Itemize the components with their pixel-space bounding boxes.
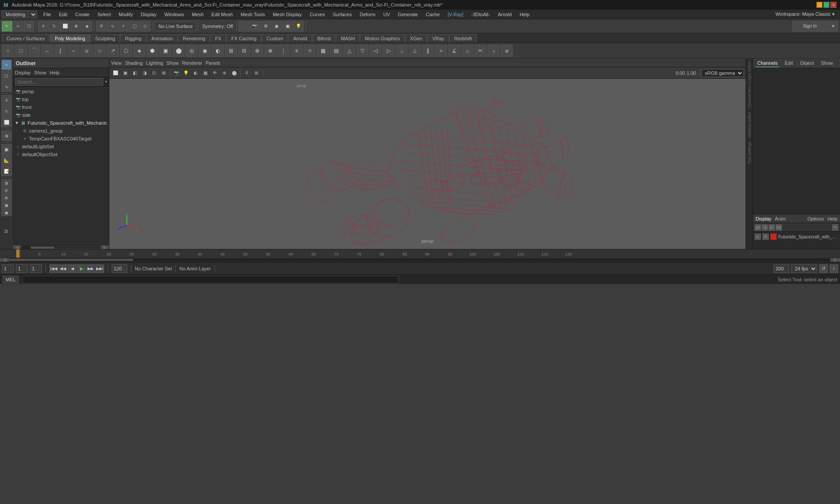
outliner-item-defaultlightset[interactable]: ○ defaultLightSet — [13, 143, 109, 150]
vp-tb-light-btn[interactable]: 💡 — [182, 69, 190, 77]
fps-selector[interactable]: 24 fps 30 fps 60 fps — [791, 264, 817, 273]
shelf-tab-arnold[interactable]: Arnold — [288, 34, 312, 42]
snap-grid-btn[interactable]: # — [96, 21, 107, 32]
shelf-icon-13[interactable]: ▣ — [159, 45, 172, 57]
shelf-icon-4[interactable]: ⌣ — [41, 45, 53, 57]
snap-view-btn[interactable]: ▢ — [129, 21, 140, 32]
menu-select[interactable]: Select — [94, 11, 115, 18]
shelf-icon-22[interactable]: ⋮ — [277, 45, 290, 57]
shelf-icon-3[interactable]: ⌒ — [28, 45, 40, 57]
menu-arnold[interactable]: Arnold — [494, 11, 515, 18]
paint-sel-btn[interactable]: ⬡ — [1, 70, 12, 81]
shelf-icon-31[interactable]: ⟂ — [396, 45, 408, 57]
shelf-icon-20[interactable]: ⊕ — [251, 45, 263, 57]
outliner-item-top[interactable]: 📷 top — [13, 95, 109, 103]
outliner-item-defaultobjectset[interactable]: ○ defaultObjectSet — [13, 150, 109, 158]
maximize-button[interactable]: □ — [823, 2, 830, 8]
shelf-icon-19[interactable]: ⊟ — [238, 45, 250, 57]
menu-mesh[interactable]: Mesh — [188, 11, 207, 18]
layer-nav-last[interactable]: ▷| — [776, 224, 782, 231]
shelf-icon-2[interactable]: □ — [15, 45, 27, 57]
soft-mod-btn[interactable]: ◈ — [82, 21, 92, 32]
vp-tb-vis-btn[interactable]: 👁 — [210, 69, 219, 77]
tab-show[interactable]: Show — [819, 60, 835, 67]
quick-layout-4[interactable]: ▦ — [1, 202, 12, 209]
prev-frame-btn[interactable]: ◀ — [68, 264, 77, 273]
go-to-end-btn[interactable]: ▶▶| — [95, 264, 104, 273]
vp-tb-btn-2[interactable]: ▣ — [121, 69, 130, 77]
shelf-tab-rigging[interactable]: Rigging — [120, 34, 146, 42]
shelf-tab-xgen[interactable]: XGen — [405, 34, 427, 42]
render-settings-btn[interactable]: ⚙ — [260, 21, 271, 32]
shelf-icon-23[interactable]: ≡ — [290, 45, 303, 57]
shelf-tab-curves-surfaces[interactable]: Curves / Surfaces — [2, 34, 49, 42]
shelf-tab-vray[interactable]: VRay — [427, 34, 449, 42]
timeline-ruler[interactable]: 1 5 10 15 20 25 30 35 40 45 50 55 60 65 … — [0, 249, 840, 258]
outliner-item-spacecraft[interactable]: ▼ ▦ Futuristic_Spacecraft_with_Mechanic — [13, 119, 109, 127]
sign-in-btn[interactable]: Sign In — [792, 21, 827, 32]
tab-object[interactable]: Object — [798, 60, 816, 67]
menu-curves[interactable]: Curves — [306, 11, 329, 18]
playback-end2-field[interactable] — [774, 264, 789, 273]
vp-tb-wire-btn[interactable]: ▦ — [201, 69, 210, 77]
select-tool-btn[interactable]: ↖ — [2, 21, 12, 32]
workspace-selector[interactable]: Workspace: Maya Classic ▾ — [772, 10, 838, 18]
quick-layout-3[interactable]: ⊞ — [1, 194, 12, 201]
vp-tb-btn-6[interactable]: ⊠ — [159, 69, 168, 77]
shelf-tab-fx-caching[interactable]: FX Caching — [227, 34, 261, 42]
menu-edit-mesh[interactable]: Edit Mesh — [208, 11, 236, 18]
menu-edit[interactable]: Edit — [56, 11, 71, 18]
outliner-item-front[interactable]: 📷 front — [13, 103, 109, 111]
command-input[interactable] — [22, 276, 399, 284]
shelf-icon-28[interactable]: ▽ — [356, 45, 368, 57]
shelf-icon-38[interactable]: ⬦ — [487, 45, 500, 57]
module-selector[interactable]: Modeling Rigging Animation FX Rendering — [2, 10, 37, 18]
outliner-item-camera1-group[interactable]: ⊞ camera1_group — [13, 127, 109, 135]
shelf-tab-custom[interactable]: Custom — [262, 34, 288, 42]
step-back-btn[interactable]: ◀◀ — [59, 264, 67, 273]
scale-btn[interactable]: ⬜ — [1, 117, 12, 127]
outliner-menu-help[interactable]: Help — [50, 70, 60, 75]
shelf-icon-27[interactable]: △ — [343, 45, 355, 57]
vp-menu-show[interactable]: Show — [167, 60, 179, 66]
timeline-thumb[interactable] — [10, 259, 133, 261]
move-tool-btn[interactable]: ✛ — [38, 21, 49, 32]
shelf-icon-26[interactable]: ▤ — [330, 45, 342, 57]
shelf-icon-36[interactable]: ⌂ — [461, 45, 473, 57]
shelf-icon-8[interactable]: ∩ — [94, 45, 106, 57]
vp-menu-renderer[interactable]: Renderer — [182, 60, 202, 66]
shelf-tab-sculpting[interactable]: Sculpting — [91, 34, 120, 42]
outliner-menu-display[interactable]: Display — [15, 70, 31, 75]
menu-modify[interactable]: Modify — [115, 11, 136, 18]
shelf-tab-rendering[interactable]: Rendering — [178, 34, 210, 42]
end-frame-field[interactable] — [112, 264, 127, 273]
outliner-item-tempcam[interactable]: ✕ TempCamFBXASC046Target — [13, 135, 109, 143]
shelf-icon-7[interactable]: ∪ — [80, 45, 93, 57]
menu-vray[interactable]: [V-Ray] — [444, 11, 467, 18]
menu-create[interactable]: Create — [72, 11, 93, 18]
no-live-surface-btn[interactable]: No Live Surface — [154, 21, 196, 31]
shelf-icon-29[interactable]: ◁ — [369, 45, 382, 57]
render-btn[interactable]: 🎥 — [238, 21, 249, 32]
rotate-tool-btn[interactable]: ↻ — [49, 21, 60, 32]
next-frame-btn[interactable]: ▶▶ — [86, 264, 95, 273]
menu-mesh-display[interactable]: Mesh Display — [270, 11, 305, 18]
shelf-icon-14[interactable]: ⬤ — [172, 45, 185, 57]
menu-generate[interactable]: Generate — [394, 11, 421, 18]
shelf-icon-25[interactable]: ▦ — [317, 45, 329, 57]
shelf-tab-motion-graphics[interactable]: Motion Graphics — [360, 34, 405, 42]
shelf-icon-5[interactable]: ∫ — [54, 45, 66, 57]
shelf-icon-12[interactable]: ⬢ — [146, 45, 158, 57]
audio-btn[interactable]: ♪ — [830, 264, 838, 273]
tab-channels[interactable]: Channels — [756, 60, 779, 67]
vp-tb-shade-btn[interactable]: ◐ — [191, 69, 200, 77]
layer-nav-prev[interactable]: ◁ — [762, 224, 768, 231]
universal-manip-btn[interactable]: ⊕ — [71, 21, 81, 32]
shelf-tab-bifrost[interactable]: Bifrost — [312, 34, 336, 42]
timeline-scroll-left-btn[interactable]: ◁ — [0, 258, 10, 262]
rotate-btn[interactable]: ↻ — [1, 106, 12, 116]
close-button[interactable]: ✕ — [830, 2, 836, 8]
shelf-tab-mash[interactable]: MASH — [336, 34, 360, 42]
layer-v-btn[interactable]: V — [755, 234, 761, 240]
layer-p-btn[interactable]: P — [763, 234, 769, 240]
